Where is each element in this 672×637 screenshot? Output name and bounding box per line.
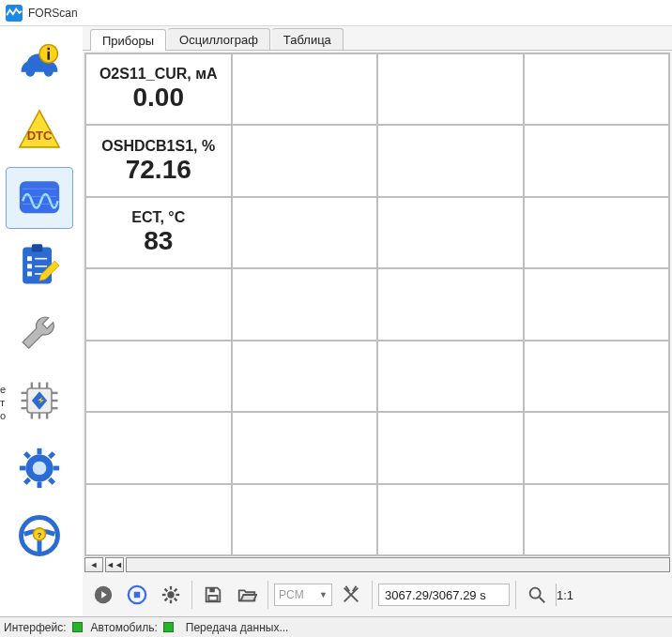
gauge-cell-empty[interactable]	[377, 412, 524, 483]
gauge-grid: O2S11_CUR, мА 0.00 OSHDCB1S1, % 72.16 EC…	[84, 53, 670, 556]
svg-line-52	[175, 599, 177, 601]
gauge-cell-empty[interactable]	[232, 53, 378, 125]
svg-text:?: ?	[38, 531, 42, 539]
gauge-cell-empty[interactable]	[232, 125, 378, 196]
status-interface-label: Интерфейс:	[4, 621, 67, 634]
toolbar-separator	[267, 581, 268, 609]
svg-point-61	[530, 588, 541, 599]
gauge-cell-empty[interactable]	[85, 268, 232, 340]
gauge-cell-empty[interactable]	[377, 341, 524, 412]
vehicle-info-button[interactable]	[6, 32, 73, 94]
svg-rect-12	[27, 272, 32, 277]
settings-button[interactable]	[6, 437, 73, 499]
scroll-fast-left-button[interactable]: ◄◄	[105, 557, 124, 572]
gauge-label: OSHDCB1S1, %	[101, 138, 215, 155]
crossout-button[interactable]	[336, 580, 366, 610]
play-button[interactable]	[88, 580, 118, 610]
tab-table[interactable]: Таблица	[272, 28, 344, 50]
gauge-value: 83	[144, 226, 173, 256]
svg-rect-35	[23, 451, 31, 459]
module-combo[interactable]: PCM ▼	[274, 584, 332, 606]
svg-rect-45	[134, 592, 140, 598]
save-button[interactable]	[198, 580, 228, 610]
svg-rect-38	[23, 478, 31, 485]
svg-text:DTC: DTC	[27, 129, 53, 143]
tab-oscillograph[interactable]: Осциллограф	[168, 28, 270, 50]
open-button[interactable]	[232, 580, 262, 610]
status-transfer-label: Передача данных...	[186, 621, 289, 634]
svg-point-30	[33, 462, 47, 476]
title-bar: FORScan	[0, 0, 672, 26]
tabs-bar: Приборы Осциллограф Таблица	[83, 26, 672, 51]
stop-button[interactable]	[122, 580, 152, 610]
scroll-left-button[interactable]: ◄	[84, 557, 103, 572]
svg-rect-10	[27, 256, 32, 261]
svg-rect-1	[48, 48, 50, 50]
svg-rect-2	[48, 52, 50, 60]
app-icon	[6, 5, 23, 22]
gauge-cell-empty[interactable]	[85, 484, 232, 555]
toolbar-separator	[372, 581, 373, 609]
gear-button[interactable]	[156, 580, 186, 610]
checklist-button[interactable]	[6, 235, 73, 296]
zoom-button[interactable]	[522, 580, 552, 610]
gauge-cell-empty[interactable]	[232, 268, 378, 340]
svg-rect-55	[209, 588, 215, 593]
gauge-cell-empty[interactable]	[377, 125, 524, 196]
gauge-cell-empty[interactable]	[524, 341, 670, 412]
gauge-value: 0.00	[133, 83, 185, 113]
oscilloscope-button[interactable]	[6, 167, 73, 229]
toolbar-separator	[515, 581, 516, 609]
svg-point-46	[167, 591, 174, 598]
dtc-button[interactable]: DTC	[6, 99, 73, 161]
gauge-cell-empty[interactable]	[524, 197, 670, 268]
time-display: 3067.29/3067.29 s	[378, 584, 510, 606]
cropped-decor: ето	[0, 383, 8, 422]
gauge-cell-empty[interactable]	[377, 53, 524, 125]
module-combo-value: PCM	[279, 588, 304, 601]
gauge-label: ECT, °C	[131, 209, 185, 226]
svg-rect-31	[38, 448, 42, 455]
chip-button[interactable]	[6, 370, 73, 432]
zoom-display: 1:1	[556, 584, 582, 606]
gauge-cell-empty[interactable]	[232, 197, 378, 268]
svg-rect-34	[53, 466, 60, 471]
gauge-cell-empty[interactable]	[232, 412, 378, 483]
app-title: FORScan	[28, 7, 78, 20]
svg-rect-33	[20, 466, 26, 471]
toolbar-separator	[191, 581, 192, 609]
interface-led-icon	[72, 622, 83, 632]
gauge-cell-empty[interactable]	[524, 53, 670, 125]
svg-line-62	[540, 598, 545, 603]
gauge-cell-empty[interactable]	[524, 268, 670, 340]
status-vehicle-label: Автомобиль:	[91, 621, 158, 634]
svg-line-53	[165, 599, 168, 601]
svg-line-51	[165, 589, 168, 592]
steering-button[interactable]: ?	[6, 505, 73, 567]
gauge-cell-empty[interactable]	[232, 341, 378, 412]
gauge-cell[interactable]: O2S11_CUR, мА 0.00	[85, 53, 232, 125]
chevron-down-icon: ▼	[319, 590, 328, 599]
gauge-cell-empty[interactable]	[85, 412, 232, 483]
bottom-toolbar: PCM ▼ 3067.29/3067.29 s 1:1	[84, 575, 670, 614]
svg-rect-32	[38, 482, 42, 489]
gauge-cell[interactable]: ECT, °C 83	[85, 197, 232, 268]
scroll-track[interactable]	[126, 557, 670, 572]
gauge-cell-empty[interactable]	[377, 268, 524, 340]
svg-rect-37	[48, 451, 55, 459]
tab-pribory[interactable]: Приборы	[90, 29, 166, 51]
gauge-cell-empty[interactable]	[232, 484, 378, 555]
service-button[interactable]	[6, 302, 73, 364]
gauge-cell-empty[interactable]	[524, 125, 670, 196]
gauge-cell-empty[interactable]	[377, 484, 524, 555]
left-toolbar: DTC	[0, 26, 83, 616]
svg-rect-11	[27, 264, 32, 268]
svg-rect-36	[48, 478, 55, 485]
gauge-cell[interactable]: OSHDCB1S1, % 72.16	[85, 125, 232, 196]
gauge-cell-empty[interactable]	[377, 197, 524, 268]
vehicle-led-icon	[163, 622, 174, 632]
horizontal-scroll: ◄ ◄◄	[84, 556, 670, 573]
gauge-cell-empty[interactable]	[524, 484, 670, 555]
gauge-cell-empty[interactable]	[524, 412, 670, 483]
gauge-cell-empty[interactable]	[85, 341, 232, 412]
